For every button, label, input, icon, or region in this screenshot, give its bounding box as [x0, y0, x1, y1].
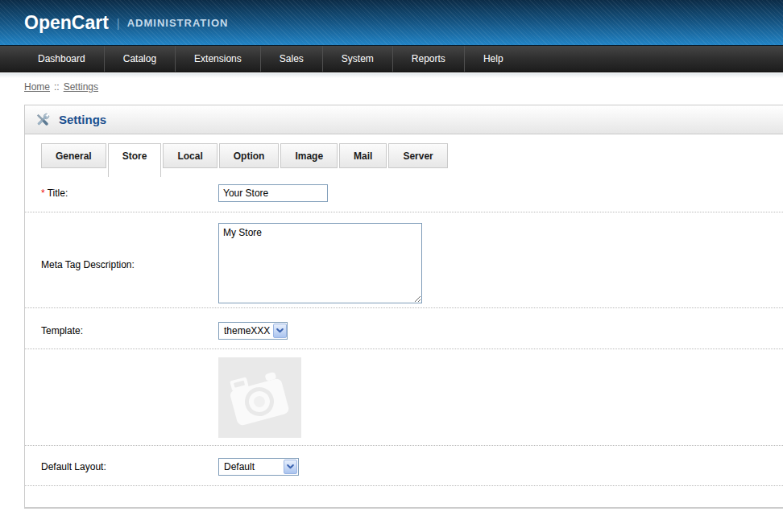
- meta-description-textarea[interactable]: My Store: [218, 223, 422, 303]
- meta-description-row: Meta Tag Description: My Store: [25, 212, 783, 308]
- tools-icon: [34, 111, 52, 129]
- tab-general[interactable]: General: [41, 143, 106, 168]
- store-image-placeholder[interactable]: [218, 357, 301, 438]
- settings-tabs: General Store Local Option Image Mail Se…: [25, 134, 783, 162]
- panel-bottom-spacer: [25, 486, 783, 507]
- chevron-down-icon: [284, 460, 297, 474]
- header-divider: |: [117, 16, 120, 30]
- nav-item-system[interactable]: System: [322, 46, 392, 72]
- tab-mail[interactable]: Mail: [339, 143, 387, 168]
- tab-image[interactable]: Image: [280, 143, 338, 168]
- template-row: Template: themeXXX: [25, 308, 783, 349]
- template-select[interactable]: themeXXX: [218, 322, 288, 340]
- nav-item-extensions[interactable]: Extensions: [175, 46, 260, 72]
- template-select-value: themeXXX: [219, 325, 273, 336]
- nav-shadow: [0, 73, 783, 78]
- opencart-admin-page: OpenCart | ADMINISTRATION Dashboard Cata…: [0, 0, 783, 532]
- settings-panel-header: Settings: [24, 105, 783, 134]
- main-nav: Dashboard Catalog Extensions Sales Syste…: [0, 46, 783, 72]
- settings-panel: Settings General Store Local Option Imag…: [24, 105, 783, 509]
- header-subtitle: ADMINISTRATION: [127, 17, 229, 29]
- title-label-text: Title:: [48, 188, 68, 199]
- page-title: Settings: [59, 113, 106, 126]
- store-image-row: [25, 349, 783, 446]
- breadcrumb-separator: ::: [54, 81, 60, 93]
- nav-item-dashboard[interactable]: Dashboard: [19, 46, 104, 72]
- nav-item-sales[interactable]: Sales: [260, 46, 322, 72]
- camera-icon: [218, 357, 301, 438]
- tab-server[interactable]: Server: [388, 143, 447, 168]
- tab-store[interactable]: Store: [108, 143, 162, 177]
- required-mark: *: [41, 188, 45, 199]
- meta-description-label: Meta Tag Description:: [25, 259, 218, 270]
- breadcrumb-settings-link[interactable]: Settings: [64, 81, 98, 93]
- default-layout-label: Default Layout:: [25, 461, 218, 472]
- default-layout-select-value: Default: [219, 461, 258, 472]
- template-label: Template:: [25, 325, 218, 336]
- title-label: *Title:: [25, 188, 218, 199]
- breadcrumb-home-link[interactable]: Home: [24, 81, 50, 93]
- default-layout-row: Default Layout: Default: [25, 446, 783, 486]
- nav-item-help[interactable]: Help: [464, 46, 522, 72]
- breadcrumb: Home::Settings: [24, 81, 98, 93]
- chevron-down-icon: [273, 324, 287, 338]
- settings-panel-body: General Store Local Option Image Mail Se…: [24, 134, 783, 509]
- store-settings-form: *Title: Meta Tag Description: My Store T…: [25, 162, 783, 507]
- title-input[interactable]: [218, 184, 328, 202]
- opencart-logo: OpenCart: [24, 12, 109, 34]
- title-row: *Title:: [25, 175, 783, 212]
- default-layout-select[interactable]: Default: [218, 458, 299, 476]
- app-header: OpenCart | ADMINISTRATION: [0, 0, 783, 46]
- nav-item-catalog[interactable]: Catalog: [104, 46, 175, 72]
- tab-local[interactable]: Local: [163, 143, 217, 168]
- tab-option[interactable]: Option: [219, 143, 280, 168]
- nav-item-reports[interactable]: Reports: [392, 46, 464, 72]
